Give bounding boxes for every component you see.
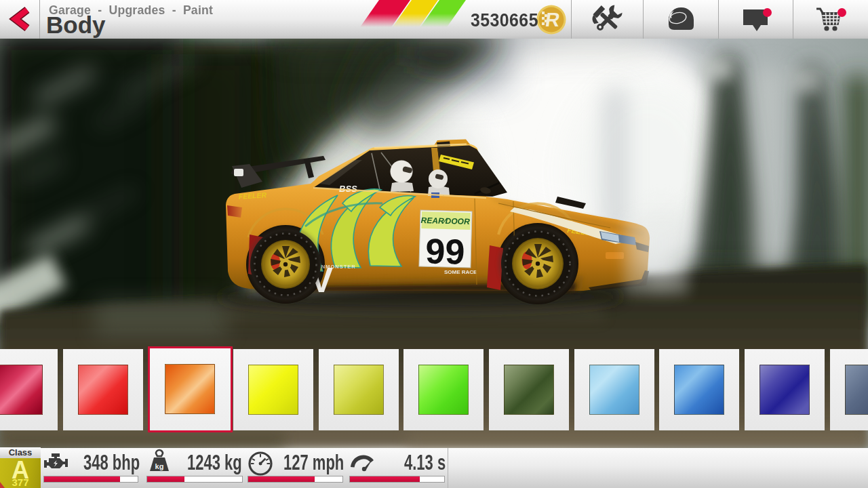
svg-text:99: 99 <box>425 231 465 271</box>
svg-text:kg: kg <box>155 462 164 470</box>
svg-text:REAR⁄DOOR: REAR⁄DOOR <box>421 216 471 226</box>
